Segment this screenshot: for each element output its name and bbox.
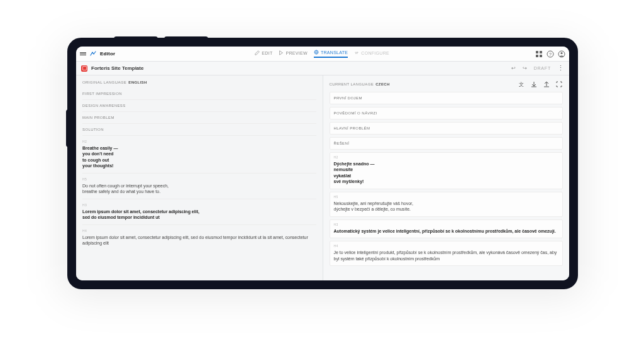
tab-label: PREVIEW	[286, 51, 307, 55]
lang-label: ORIGINAL LANGUAGE	[82, 80, 126, 84]
tab-preview[interactable]: PREVIEW	[279, 50, 307, 57]
svg-rect-6	[540, 55, 542, 57]
content-text-editable[interactable]: Je to velice inteligentní produkt, přizp…	[334, 248, 559, 263]
content-text[interactable]: Lorem ipsum dolor sit amet, consectetur …	[82, 207, 316, 225]
fullscreen-icon[interactable]	[555, 80, 563, 88]
pane-header: CURRENT LANGUAGE CZECH 文	[330, 80, 564, 88]
tab-label: CONFIGURE	[361, 51, 389, 55]
tab-configure[interactable]: CONFIGURE	[354, 50, 389, 57]
file-type-icon	[81, 65, 87, 72]
help-icon[interactable]: ?	[547, 50, 554, 58]
device-sensor	[164, 36, 208, 41]
content-text-editable[interactable]: Dýchejte snadno —nemusítevykašlatsvé myš…	[334, 159, 559, 186]
app-title: Editor	[100, 51, 115, 57]
content-text-editable[interactable]: Nekouskejte, ani nepřerušujte váš hovor,…	[334, 199, 559, 214]
auto-translate-icon[interactable]: 文	[518, 80, 525, 88]
original-pane: ORIGINAL LANGUAGE ENGLISH FIRST IMPRESSI…	[76, 75, 323, 280]
tablet-frame: Editor EDIT PREVIEW TRANSLATE CONFIGUR	[67, 38, 578, 289]
target-pane: CURRENT LANGUAGE CZECH 文	[323, 75, 570, 280]
file-name: Forteris Site Template	[91, 65, 143, 71]
translate-split: ORIGINAL LANGUAGE ENGLISH FIRST IMPRESSI…	[76, 75, 569, 280]
tab-label: EDIT	[262, 51, 272, 55]
svg-rect-11	[82, 67, 86, 70]
pane-header: ORIGINAL LANGUAGE ENGLISH	[82, 80, 316, 84]
device-side-button	[66, 109, 71, 147]
mode-tabs: EDIT PREVIEW TRANSLATE CONFIGURE	[255, 50, 389, 58]
svg-rect-4	[540, 51, 542, 53]
section-first-impression[interactable]: PRVNÍ DOJEM	[330, 92, 564, 104]
status-indicator: DRAFT	[534, 66, 551, 70]
svg-text:?: ?	[549, 52, 552, 56]
svg-point-10	[560, 52, 562, 53]
upload-icon[interactable]	[543, 80, 550, 88]
app-topbar: Editor EDIT PREVIEW TRANSLATE CONFIGUR	[76, 47, 569, 62]
more-icon[interactable]: ⋮	[557, 65, 564, 72]
section-solution[interactable]: SOLUTION	[82, 124, 316, 136]
undo-button[interactable]: ↩	[511, 65, 516, 71]
tab-label: TRANSLATE	[321, 50, 348, 55]
content-text-editable[interactable]: Automatický systém je velice inteligentn…	[334, 226, 559, 235]
section-main-problem[interactable]: MAIN PROBLEM	[82, 112, 316, 124]
lang-value: ENGLISH	[128, 80, 147, 84]
svg-rect-3	[536, 51, 538, 53]
menu-icon[interactable]	[80, 52, 86, 55]
svg-text:文: 文	[519, 82, 524, 87]
section-first-impression[interactable]: FIRST IMPRESSION	[82, 88, 316, 100]
device-sensor	[114, 36, 158, 41]
svg-point-2	[355, 53, 356, 53]
download-icon[interactable]	[530, 80, 538, 88]
lang-label: CURRENT LANGUAGE	[330, 82, 374, 86]
section-solution[interactable]: ŘEŠENÍ	[330, 137, 564, 150]
svg-point-1	[357, 52, 358, 52]
app-logo-icon	[90, 51, 96, 57]
tab-edit[interactable]: EDIT	[255, 50, 272, 57]
section-design-awareness[interactable]: POVĚDOMÍ O NÁVRZI	[330, 107, 564, 119]
tab-translate[interactable]: TRANSLATE	[314, 50, 348, 58]
account-icon[interactable]	[558, 50, 565, 58]
file-bar: Forteris Site Template ↩ ↪ DRAFT ⋮	[76, 62, 569, 75]
content-text[interactable]: Do not often cough or interrupt your spe…	[82, 181, 316, 199]
section-design-awareness[interactable]: DESIGN AWARENESS	[82, 100, 316, 112]
svg-rect-5	[536, 55, 538, 57]
content-text[interactable]: Lorem ipsum dolor sit amet, consectetur …	[82, 233, 316, 250]
section-main-problem[interactable]: HLAVNÍ PROBLÉM	[330, 122, 564, 135]
content-text[interactable]: Breathe easily —you don't needto cough o…	[82, 143, 316, 174]
redo-button[interactable]: ↪	[523, 65, 528, 71]
lang-value: CZECH	[375, 82, 390, 86]
apps-icon[interactable]	[535, 50, 543, 58]
